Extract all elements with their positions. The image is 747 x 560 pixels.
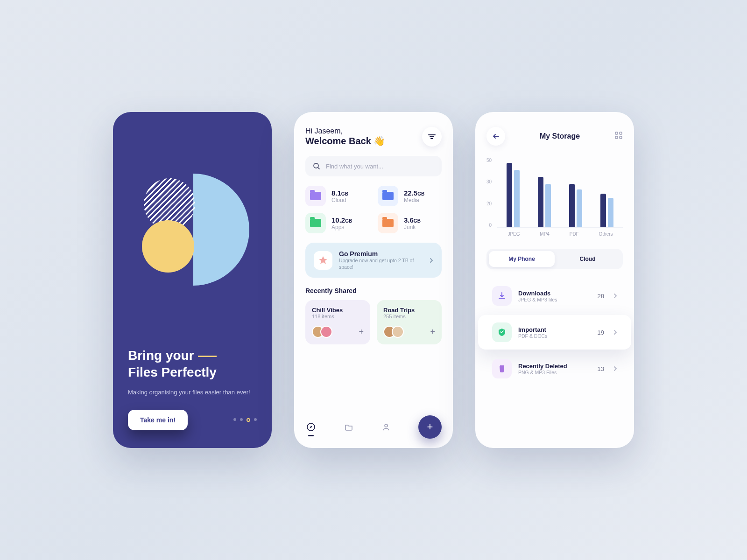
recently-shared-heading: Recently Shared (305, 287, 442, 294)
segment-my-phone[interactable]: My Phone (489, 251, 555, 267)
menu-button[interactable] (422, 127, 442, 147)
add-button[interactable]: + (418, 415, 442, 439)
svg-marker-1 (319, 256, 327, 264)
category-label: Cloud (331, 197, 348, 203)
category-label: Apps (331, 224, 352, 231)
onboarding-illustration (128, 130, 257, 339)
x-tick: JPEG (507, 231, 520, 237)
folder-count: 19 (598, 329, 604, 336)
category-size: 3.6GB (404, 216, 421, 224)
storage-segment: My Phone Cloud (486, 249, 623, 269)
grid-view-button[interactable] (614, 131, 623, 141)
avatar-stack (383, 326, 400, 338)
y-tick: 30 (486, 179, 492, 184)
svg-rect-5 (620, 132, 622, 134)
compass-icon (306, 422, 316, 432)
premium-subtitle: Upgrade now and get upto 2 TB of space! (339, 258, 423, 270)
nav-files[interactable] (343, 421, 354, 433)
bar (600, 194, 606, 227)
folder-title: Downloads (518, 290, 557, 297)
search-icon (313, 162, 320, 170)
arrow-left-icon (493, 133, 499, 139)
category-size: 8.1GB (331, 189, 348, 197)
plus-icon: + (427, 421, 433, 433)
bar (538, 177, 543, 227)
category-junk[interactable]: 3.6GB Junk (378, 213, 442, 233)
chevron-right-icon (613, 366, 617, 371)
y-tick: 50 (486, 158, 492, 163)
premium-title: Go Premium (339, 250, 423, 258)
svg-rect-4 (615, 132, 618, 134)
folder-row-icon (492, 286, 512, 306)
svg-rect-7 (620, 136, 622, 139)
segment-cloud[interactable]: Cloud (555, 251, 620, 267)
chevron-right-icon (430, 258, 433, 263)
nav-explore[interactable] (305, 421, 317, 433)
svg-rect-6 (615, 136, 618, 139)
folder-row-icon (492, 359, 512, 378)
storage-screen: My Storage 5030200 JPEGMP4PDFOthers My P… (475, 112, 634, 448)
y-tick: 20 (486, 201, 492, 206)
onboarding-title: Bring your Files Perfectly (128, 347, 257, 381)
bar (514, 170, 520, 227)
y-tick: 0 (486, 223, 492, 228)
filter-icon (428, 134, 436, 140)
bar-group-others (600, 194, 613, 227)
folder-title: Recently Deleted (518, 363, 567, 370)
folder-icon (378, 213, 398, 233)
storage-chart: 5030200 JPEGMP4PDFOthers (486, 158, 623, 237)
welcome-text: Welcome Back 👋 (305, 135, 385, 147)
category-cloud[interactable]: 8.1GB Cloud (305, 186, 369, 206)
greeting-text: Hi Jaseem, (305, 127, 385, 135)
folder-subtitle: PNG & MP3 Files (518, 370, 567, 375)
search-input[interactable]: Find what you want... (305, 156, 442, 176)
nav-profile[interactable] (381, 421, 392, 433)
premium-banner[interactable]: Go Premium Upgrade now and get upto 2 TB… (305, 243, 442, 278)
x-tick: MP4 (540, 231, 550, 237)
bar (507, 163, 512, 227)
bar (569, 184, 575, 227)
back-button[interactable] (486, 127, 505, 146)
shared-title: Road Trips (383, 307, 435, 314)
category-size: 22.5GB (404, 189, 424, 197)
folder-icon (305, 213, 326, 233)
x-tick: PDF (570, 231, 579, 237)
category-size: 10.2GB (331, 216, 352, 224)
take-me-in-button[interactable]: Take me in! (128, 410, 188, 430)
folder-count: 13 (598, 365, 604, 372)
onboarding-screen: Bring your Files Perfectly Making organi… (113, 112, 272, 448)
shared-card-road-trips[interactable]: Road Trips 255 items + (377, 300, 442, 344)
category-media[interactable]: 22.5GB Media (378, 186, 442, 206)
add-icon[interactable]: + (359, 327, 364, 337)
avatar-stack (312, 326, 329, 338)
bar-group-jpeg (507, 163, 520, 227)
folder-subtitle: JPEG & MP3 files (518, 297, 557, 302)
folder-icon (344, 422, 353, 432)
shared-title: Chill Vibes (312, 307, 364, 314)
folder-row-icon (492, 322, 512, 342)
bar-group-pdf (569, 184, 582, 227)
folder-row-important[interactable]: Important PDF & DOCs 19 (478, 315, 631, 350)
folder-subtitle: PDF & DOCs (518, 333, 547, 339)
folder-icon (378, 186, 398, 206)
bar-group-mp4 (538, 177, 551, 227)
shared-count: 118 items (312, 314, 364, 319)
category-label: Media (404, 197, 424, 203)
onboarding-subtitle: Making organising your files easier than… (128, 388, 257, 397)
folder-title: Important (518, 326, 547, 333)
chevron-right-icon (613, 329, 617, 335)
folder-count: 28 (598, 293, 604, 300)
folder-row-recently deleted[interactable]: Recently Deleted PNG & MP3 Files 13 (486, 352, 623, 385)
folder-icon (305, 186, 326, 206)
add-icon[interactable]: + (430, 327, 435, 337)
bar (608, 198, 613, 227)
category-label: Junk (404, 224, 421, 231)
user-icon (381, 422, 391, 432)
chevron-right-icon (613, 293, 617, 299)
page-indicator (233, 418, 257, 422)
storage-title: My Storage (540, 132, 580, 140)
folder-row-downloads[interactable]: Downloads JPEG & MP3 files 28 (486, 280, 623, 312)
home-screen: Hi Jaseem, Welcome Back 👋 Find what you … (294, 112, 453, 448)
shared-card-chill-vibes[interactable]: Chill Vibes 118 items + (305, 300, 370, 344)
category-apps[interactable]: 10.2GB Apps (305, 213, 369, 233)
